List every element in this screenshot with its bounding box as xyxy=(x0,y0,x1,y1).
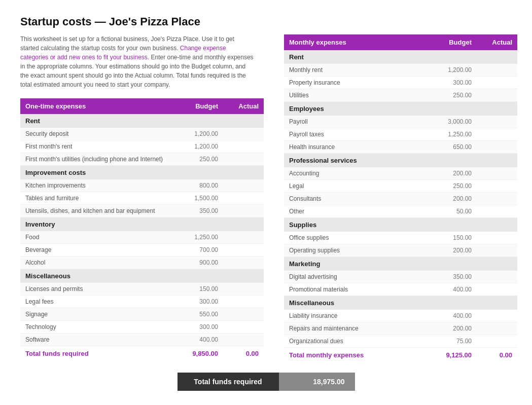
table-row: Licenses and permits 150.00 xyxy=(20,283,264,296)
section-header: Rent xyxy=(20,114,264,128)
row-budget: 1,200.00 xyxy=(436,64,477,77)
row-budget: 300.00 xyxy=(436,77,477,89)
row-label: Payroll xyxy=(284,116,436,128)
table-row: Legal fees 300.00 xyxy=(20,296,264,308)
row-actual xyxy=(477,180,517,193)
table-row: Office supplies 150.00 xyxy=(284,232,517,244)
total-actual: 0.00 xyxy=(223,346,264,361)
row-actual xyxy=(477,64,517,77)
row-actual xyxy=(223,296,264,308)
row-actual xyxy=(477,167,517,180)
total-budget: 9,125.00 xyxy=(436,348,477,363)
row-actual xyxy=(477,244,517,257)
section-name: Miscellaneous xyxy=(284,296,517,310)
row-budget: 200.00 xyxy=(436,193,477,205)
table-row: Software 400.00 xyxy=(20,334,264,346)
row-actual xyxy=(223,140,264,153)
total-label: Total funds required xyxy=(20,346,183,361)
row-budget: 200.00 xyxy=(436,167,477,180)
section-header: Supplies xyxy=(284,218,517,232)
one-time-col1-header: One-time expenses xyxy=(20,98,183,114)
row-label: Beverage xyxy=(20,244,183,256)
table-row: Signage 550.00 xyxy=(20,308,264,321)
section-name: Improvement costs xyxy=(20,166,264,180)
row-label: Office supplies xyxy=(284,232,436,244)
table-row: Health insurance 650.00 xyxy=(284,141,517,154)
row-budget: 800.00 xyxy=(183,179,223,192)
row-budget: 250.00 xyxy=(183,153,223,166)
table-row: Utensils, dishes, and kitchen and bar eq… xyxy=(20,205,264,217)
row-label: Health insurance xyxy=(284,141,436,154)
row-actual xyxy=(223,231,264,244)
row-actual xyxy=(477,193,517,205)
row-budget: 550.00 xyxy=(183,308,223,321)
one-time-col2-header: Budget xyxy=(183,98,223,114)
section-name: Professional services xyxy=(284,154,517,168)
row-budget: 650.00 xyxy=(436,141,477,154)
row-actual xyxy=(477,335,517,348)
row-label: Software xyxy=(20,334,183,346)
row-budget: 1,250.00 xyxy=(183,231,223,244)
row-label: Accounting xyxy=(284,167,436,180)
row-budget: 400.00 xyxy=(436,283,477,296)
table-row: Repairs and maintenance 200.00 xyxy=(284,322,517,335)
row-budget: 3,000.00 xyxy=(436,116,477,128)
row-label: Operating supplies xyxy=(284,244,436,257)
row-label: First month's rent xyxy=(20,140,183,153)
row-label: Kitchen improvements xyxy=(20,179,183,192)
table-row: Promotional materials 400.00 xyxy=(284,283,517,296)
section-name: Employees xyxy=(284,102,517,116)
one-time-col3-header: Actual xyxy=(223,98,264,114)
row-actual xyxy=(223,192,264,205)
monthly-col3-header: Actual xyxy=(477,34,517,50)
table-row: Digital advertising 350.00 xyxy=(284,271,517,283)
table-row: Monthly rent 1,200.00 xyxy=(284,64,517,77)
row-actual xyxy=(223,334,264,346)
table-row: Property insurance 300.00 xyxy=(284,77,517,89)
row-actual xyxy=(223,179,264,192)
row-label: Utilities xyxy=(284,89,436,102)
row-budget: 1,250.00 xyxy=(436,128,477,141)
row-budget: 1,500.00 xyxy=(183,192,223,205)
row-label: Other xyxy=(284,205,436,218)
total-actual: 0.00 xyxy=(477,348,517,363)
table-row: Payroll taxes 1,250.00 xyxy=(284,128,517,141)
row-budget: 300.00 xyxy=(183,296,223,308)
table-row: Kitchen improvements 800.00 xyxy=(20,179,264,192)
row-label: Repairs and maintenance xyxy=(284,322,436,335)
table-row: Consultants 200.00 xyxy=(284,193,517,205)
table-row: Technology 300.00 xyxy=(20,321,264,334)
row-actual xyxy=(223,256,264,269)
row-actual xyxy=(477,232,517,244)
section-header: Rent xyxy=(284,50,517,64)
section-header: Improvement costs xyxy=(20,166,264,180)
monthly-table: Monthly expenses Budget Actual Rent Mont… xyxy=(284,34,517,362)
row-label: Legal fees xyxy=(20,296,183,308)
row-label: Legal xyxy=(284,180,436,193)
section-header: Miscellaneous xyxy=(20,269,264,283)
table-row: Legal 250.00 xyxy=(284,180,517,193)
table-row: Accounting 200.00 xyxy=(284,167,517,180)
row-budget: 900.00 xyxy=(183,256,223,269)
row-budget: 250.00 xyxy=(436,89,477,102)
row-actual xyxy=(477,89,517,102)
table-row: Operating supplies 200.00 xyxy=(284,244,517,257)
row-budget: 150.00 xyxy=(183,283,223,296)
row-budget: 150.00 xyxy=(436,232,477,244)
grand-total-bar: Total funds required 18,975.00 xyxy=(20,373,512,391)
row-budget: 350.00 xyxy=(436,271,477,283)
section-header: Professional services xyxy=(284,154,517,168)
row-label: Payroll taxes xyxy=(284,128,436,141)
table-row: Food 1,250.00 xyxy=(20,231,264,244)
total-label: Total monthly expenses xyxy=(284,348,436,363)
row-budget: 300.00 xyxy=(183,321,223,334)
row-actual xyxy=(477,310,517,322)
row-actual xyxy=(477,205,517,218)
table-row: Other 50.00 xyxy=(284,205,517,218)
row-label: Tables and furniture xyxy=(20,192,183,205)
row-actual xyxy=(223,283,264,296)
table-row: Security deposit 1,200.00 xyxy=(20,128,264,140)
row-label: Monthly rent xyxy=(284,64,436,77)
table-row: First month's utilities (including phone… xyxy=(20,153,264,166)
row-label: Alcohol xyxy=(20,256,183,269)
